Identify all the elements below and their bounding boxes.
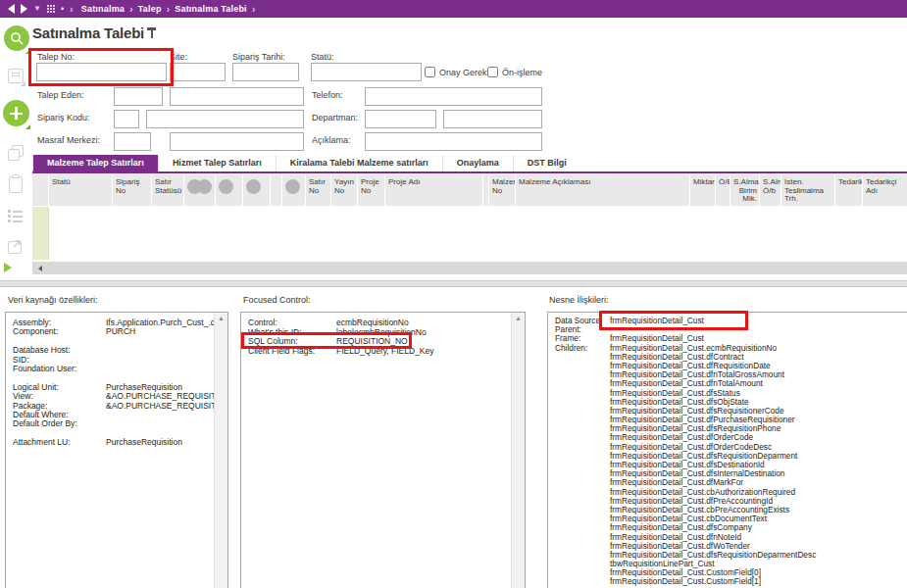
- scroll-left-icon[interactable]: [32, 262, 47, 274]
- pin-icon[interactable]: [147, 27, 158, 39]
- tab-underline: [32, 172, 907, 173]
- on-isleme-checkbox[interactable]: Ön-işleme: [487, 67, 542, 77]
- open-external-icon[interactable]: [8, 241, 22, 254]
- site-input[interactable]: [170, 63, 226, 81]
- status-circle-icon: [285, 179, 300, 194]
- table-column-header[interactable]: Statü: [49, 174, 113, 206]
- tab[interactable]: Kiralama Talebi Malzeme satırları: [276, 155, 442, 172]
- aciklama-input[interactable]: [365, 132, 542, 151]
- property-row: Data Source:frmRequisitionDetail_Cust: [555, 317, 892, 325]
- table-column-header[interactable]: S.Alma Ö/b: [760, 174, 781, 206]
- vertical-scrollbar[interactable]: ▲: [214, 313, 227, 588]
- separator-dot-icon: •: [61, 4, 64, 14]
- onay-gerekli-checkbox[interactable]: Onay Gerekli: [425, 67, 491, 77]
- breadcrumb-bar: ▼ • › Satınalma›Talep›Satınalma Talebi›: [0, 0, 907, 18]
- chevron-right-icon: ›: [252, 4, 256, 14]
- tab[interactable]: Malzeme Talep Satırları: [32, 155, 158, 172]
- property-row: Database Host:: [13, 346, 212, 355]
- breadcrumb: Satınalma›Talep›Satınalma Talebi›: [81, 4, 256, 14]
- page-title: Satınalma Talebi: [32, 24, 144, 41]
- table-column-header[interactable]: Tedarikçi Adı: [863, 174, 907, 206]
- chevron-right-icon: ›: [129, 4, 133, 14]
- departman-label: Departman:: [312, 113, 358, 122]
- table-column-header[interactable]: Tedarikçi: [835, 174, 863, 206]
- object-relations-panel-title: Nesne İlişkileri:: [549, 295, 609, 305]
- table-column-header[interactable]: [243, 174, 271, 206]
- scroll-up-icon[interactable]: ▲: [512, 313, 525, 324]
- chevron-right-icon: ›: [70, 4, 74, 14]
- status-circle-icon: [197, 179, 212, 194]
- search-icon[interactable]: [4, 25, 29, 51]
- table-column-header[interactable]: Malzeme No: [489, 174, 516, 206]
- departman-code-input[interactable]: [365, 110, 436, 128]
- datasource-panel-title: Veri kaynağı özellikleri:: [8, 295, 98, 305]
- clipboard-icon[interactable]: [9, 176, 23, 193]
- checkbox-icon[interactable]: [425, 67, 435, 77]
- breadcrumb-item[interactable]: Talep: [138, 4, 162, 14]
- scroll-up-icon[interactable]: ▲: [215, 313, 227, 324]
- table-column-header[interactable]: Satır No: [306, 174, 331, 206]
- table-column-header[interactable]: [216, 174, 243, 206]
- breadcrumb-item[interactable]: Satınalma: [81, 4, 125, 14]
- talep-eden-name-input[interactable]: [170, 87, 304, 106]
- vertical-scrollbar[interactable]: ▲: [511, 313, 525, 588]
- siparis-kodu-label: Sipariş Kodu:: [37, 113, 90, 122]
- card-icon[interactable]: [8, 69, 24, 83]
- tab[interactable]: Hizmet Talep Satırları: [158, 155, 276, 172]
- table-column-header[interactable]: Ö/B: [716, 174, 731, 206]
- siparis-kodu-desc-input[interactable]: [146, 110, 304, 128]
- table-column-header[interactable]: S.Alma Birim Mik.: [731, 174, 760, 206]
- forward-icon[interactable]: [21, 4, 27, 14]
- property-row: Component:PURCH: [13, 327, 212, 336]
- talep-eden-code-input[interactable]: [114, 87, 163, 106]
- talep-no-label: Talep No:: [37, 52, 75, 62]
- siparis-tarihi-label: Sipariş Tarihi:: [232, 52, 285, 62]
- object-relations-list: Data Source:frmRequisitionDetail_CustPar…: [555, 317, 892, 587]
- table-column-header[interactable]: Miktar: [690, 174, 716, 206]
- focused-control-list: Control:ecmbRequisitionNoWhat's this ID:…: [248, 318, 509, 356]
- table-header: StatüSipariş NoSatır StatüsüSatır NoYayı…: [32, 174, 907, 206]
- datasource-properties-panel: Assembly:Ifs.Application.Purch_Cust_.dll…: [5, 312, 228, 588]
- breadcrumb-item[interactable]: Satınalma Talebi: [175, 4, 247, 14]
- table-column-header[interactable]: Satır Statüsü: [152, 174, 184, 206]
- tab[interactable]: DST Bilgi: [513, 155, 580, 172]
- table-column-header[interactable]: [271, 174, 282, 206]
- datasource-properties-list: Assembly:Ifs.Application.Purch_Cust_.dll…: [13, 318, 212, 447]
- history-dropdown-icon[interactable]: ▼: [33, 5, 41, 13]
- table-row-gutter[interactable]: [32, 207, 49, 260]
- telefon-label: Telefon:: [312, 90, 343, 100]
- horizontal-scrollbar[interactable]: [32, 262, 907, 274]
- site-label: Site:: [170, 52, 187, 62]
- object-relations-panel: Data Source:frmRequisitionDetail_CustPar…: [547, 312, 907, 588]
- app-grid-icon[interactable]: [47, 5, 55, 13]
- table-column-header[interactable]: Proje No: [358, 174, 385, 206]
- splitter-handle[interactable]: [0, 280, 907, 287]
- siparis-kodu-code-input[interactable]: [114, 110, 139, 128]
- back-icon[interactable]: [8, 4, 15, 14]
- table-column-header[interactable]: [184, 174, 216, 206]
- tab-bar: Malzeme Talep SatırlarıHizmet Talep Satı…: [32, 155, 580, 172]
- property-row: Foundation User:: [13, 365, 212, 373]
- property-row: Attachment LU:PurchaseRequisition: [13, 438, 212, 447]
- statu-input[interactable]: [311, 63, 422, 81]
- run-icon[interactable]: [4, 259, 12, 272]
- masraf-merkezi-desc-input[interactable]: [170, 132, 304, 151]
- departman-desc-input[interactable]: [443, 110, 542, 128]
- talep-no-input[interactable]: [36, 63, 167, 81]
- table-column-header[interactable]: Proje Adı: [385, 174, 483, 206]
- tab[interactable]: Onaylama: [442, 155, 513, 172]
- siparis-tarihi-input[interactable]: [232, 63, 299, 81]
- table-column-header[interactable]: Malzeme Açıklaması: [516, 174, 690, 206]
- table-column-header[interactable]: Yayın No: [331, 174, 358, 206]
- table-column-header[interactable]: Sipariş No: [113, 174, 152, 206]
- add-icon[interactable]: [3, 100, 29, 126]
- telefon-input[interactable]: [365, 87, 542, 106]
- table-column-header[interactable]: [32, 174, 49, 206]
- masraf-merkezi-code-input[interactable]: [114, 132, 151, 151]
- table-column-header[interactable]: İsten. Teslimalma Trh.: [781, 174, 835, 206]
- checkbox-icon[interactable]: [487, 67, 498, 77]
- table-body[interactable]: [32, 206, 907, 262]
- focused-control-panel-title: Focused Control:: [243, 295, 311, 305]
- status-circle-icon: [246, 179, 261, 194]
- table-column-header[interactable]: [282, 174, 306, 206]
